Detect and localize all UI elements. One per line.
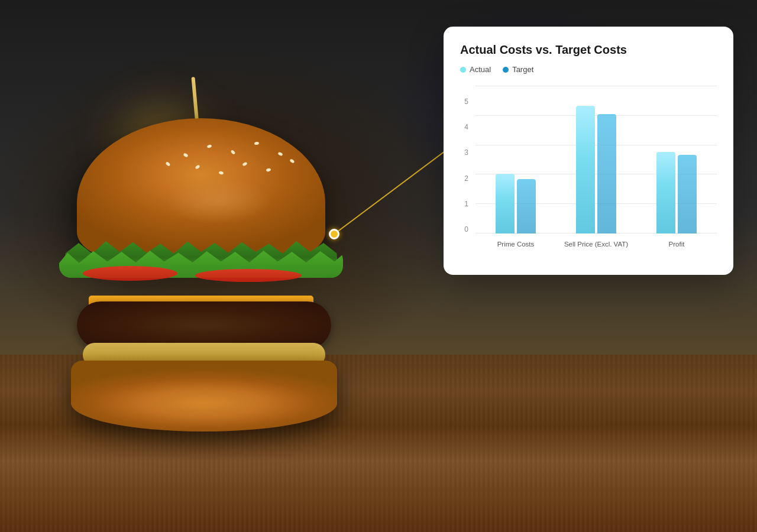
bun-shine bbox=[166, 177, 272, 225]
bar-profit-actual bbox=[656, 152, 675, 233]
chart-plot: Prime Costs Sell Price (Excl. VAT) bbox=[475, 86, 717, 251]
bar-group-sell-price: Sell Price (Excl. VAT) bbox=[576, 106, 616, 233]
bun-bottom bbox=[71, 361, 337, 432]
bar-prime-target bbox=[517, 179, 536, 233]
sesame-seed bbox=[254, 141, 260, 145]
chart-card: Actual Costs vs. Target Costs Actual Tar… bbox=[444, 27, 733, 275]
actual-label: Actual bbox=[470, 65, 491, 74]
bar-pair-sell bbox=[576, 106, 616, 233]
bar-prime-actual bbox=[496, 174, 515, 233]
sesame-seed bbox=[289, 158, 295, 164]
y-label-1: 1 bbox=[460, 200, 468, 208]
sesame-seed bbox=[277, 152, 283, 157]
y-label-2: 2 bbox=[460, 174, 468, 183]
bar-group-prime-costs: Prime Costs bbox=[496, 174, 536, 233]
y-axis: 0 1 2 3 4 5 bbox=[460, 98, 468, 233]
bar-sell-actual bbox=[576, 106, 595, 233]
y-label-0: 0 bbox=[460, 225, 468, 233]
bar-label-sell-price: Sell Price (Excl. VAT) bbox=[564, 241, 628, 248]
sesame-seed bbox=[218, 171, 224, 175]
sesame-seed bbox=[242, 162, 247, 167]
bar-group-profit: Profit bbox=[656, 152, 697, 233]
bar-label-profit: Profit bbox=[669, 241, 685, 248]
chart-title: Actual Costs vs. Target Costs bbox=[460, 43, 717, 57]
target-dot bbox=[503, 67, 509, 73]
tomato-slice-1 bbox=[83, 266, 177, 281]
sesame-seed bbox=[195, 164, 200, 170]
legend-actual: Actual bbox=[460, 65, 491, 74]
tomato-slice-2 bbox=[195, 269, 302, 282]
sesame-seed bbox=[183, 153, 188, 157]
y-label-3: 3 bbox=[460, 148, 468, 157]
sesame-seed bbox=[266, 168, 271, 172]
connection-dot bbox=[329, 229, 339, 239]
y-label-5: 5 bbox=[460, 98, 468, 106]
y-label-4: 4 bbox=[460, 123, 468, 131]
bar-sell-target bbox=[597, 114, 616, 233]
legend-target: Target bbox=[503, 65, 533, 74]
bar-profit-target bbox=[678, 155, 697, 233]
bars-row: Prime Costs Sell Price (Excl. VAT) bbox=[475, 86, 717, 233]
beef-patty bbox=[77, 301, 331, 349]
bar-label-prime-costs: Prime Costs bbox=[497, 241, 535, 248]
sesame-seed bbox=[230, 150, 235, 155]
sesame-seed bbox=[206, 144, 212, 148]
chart-legend: Actual Target bbox=[460, 65, 717, 74]
sesame-seed bbox=[165, 161, 170, 167]
target-label: Target bbox=[512, 65, 533, 74]
actual-dot bbox=[460, 67, 466, 73]
chart-area: 0 1 2 3 4 5 bbox=[460, 86, 717, 251]
bar-pair-profit bbox=[656, 152, 697, 233]
burger-image bbox=[30, 71, 396, 520]
bar-pair-prime bbox=[496, 174, 536, 233]
